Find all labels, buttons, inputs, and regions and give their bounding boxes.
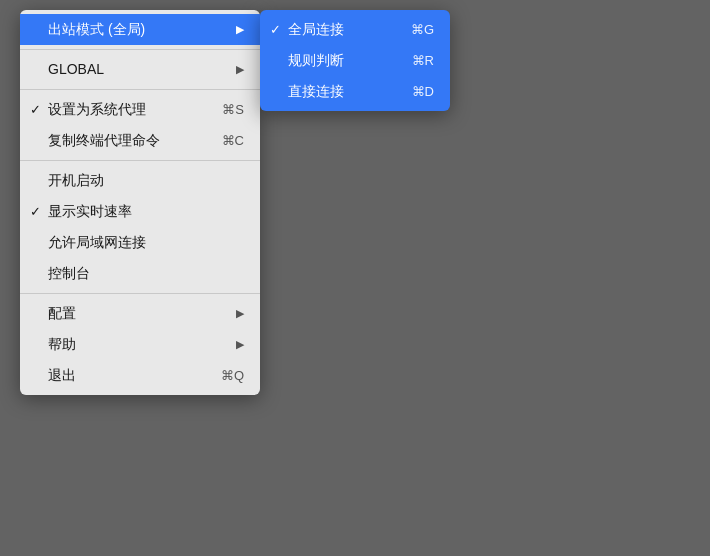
- menu-item-label: 设置为系统代理: [48, 99, 146, 120]
- menu-item-realtime-speed[interactable]: ✓ 显示实时速率: [20, 196, 260, 227]
- menu-item-set-system-proxy[interactable]: ✓ 设置为系统代理 ⌘S: [20, 94, 260, 125]
- submenu: ✓ 全局连接 ⌘G 规则判断 ⌘R 直接连接 ⌘D: [260, 10, 450, 111]
- menu-item-label: 复制终端代理命令: [48, 130, 160, 151]
- menu-item-quit[interactable]: 退出 ⌘Q: [20, 360, 260, 391]
- shortcut-label: ⌘D: [392, 82, 434, 102]
- menu-item-label: 控制台: [48, 263, 90, 284]
- menu-item-label: 退出: [48, 365, 76, 386]
- arrow-icon: ▶: [216, 305, 244, 322]
- menu-item-label: 显示实时速率: [48, 201, 132, 222]
- arrow-icon: ▶: [216, 336, 244, 353]
- main-menu: 出站模式 (全局) ▶ GLOBAL ▶ ✓ 设置为系统代理 ⌘S 复制终端代理…: [20, 10, 260, 395]
- shortcut-label: ⌘R: [392, 51, 434, 71]
- menu-item-label: 允许局域网连接: [48, 232, 146, 253]
- shortcut-label: ⌘G: [391, 20, 434, 40]
- submenu-item-global-connect[interactable]: ✓ 全局连接 ⌘G: [260, 14, 450, 45]
- shortcut-label: ⌘C: [202, 131, 244, 151]
- menu-item-label: 帮助: [48, 334, 76, 355]
- submenu-item-label: 全局连接: [288, 19, 344, 40]
- menu-item-config[interactable]: 配置 ▶: [20, 298, 260, 329]
- submenu-item-label: 直接连接: [288, 81, 344, 102]
- menu-item-label: 出站模式 (全局): [48, 19, 145, 40]
- shortcut-label: ⌘Q: [201, 366, 244, 386]
- submenu-item-direct-connect[interactable]: 直接连接 ⌘D: [260, 76, 450, 107]
- menu-item-label: GLOBAL: [48, 59, 104, 80]
- menu-container: 出站模式 (全局) ▶ GLOBAL ▶ ✓ 设置为系统代理 ⌘S 复制终端代理…: [20, 10, 450, 395]
- menu-item-console[interactable]: 控制台: [20, 258, 260, 289]
- arrow-icon: ▶: [216, 61, 244, 78]
- checkmark-icon: ✓: [270, 20, 281, 40]
- menu-item-startup[interactable]: 开机启动: [20, 165, 260, 196]
- menu-divider-1: [20, 49, 260, 50]
- submenu-item-label: 规则判断: [288, 50, 344, 71]
- menu-item-allow-lan[interactable]: 允许局域网连接: [20, 227, 260, 258]
- shortcut-label: ⌘S: [202, 100, 244, 120]
- menu-item-label: 配置: [48, 303, 76, 324]
- menu-item-global[interactable]: GLOBAL ▶: [20, 54, 260, 85]
- menu-item-copy-terminal[interactable]: 复制终端代理命令 ⌘C: [20, 125, 260, 156]
- menu-divider-3: [20, 160, 260, 161]
- menu-divider-4: [20, 293, 260, 294]
- menu-item-help[interactable]: 帮助 ▶: [20, 329, 260, 360]
- menu-item-label: 开机启动: [48, 170, 104, 191]
- checkmark-icon: ✓: [30, 100, 41, 120]
- submenu-item-rule-judge[interactable]: 规则判断 ⌘R: [260, 45, 450, 76]
- checkmark-icon: ✓: [30, 202, 41, 222]
- menu-item-outbound-mode[interactable]: 出站模式 (全局) ▶: [20, 14, 260, 45]
- arrow-icon: ▶: [216, 21, 244, 38]
- menu-divider-2: [20, 89, 260, 90]
